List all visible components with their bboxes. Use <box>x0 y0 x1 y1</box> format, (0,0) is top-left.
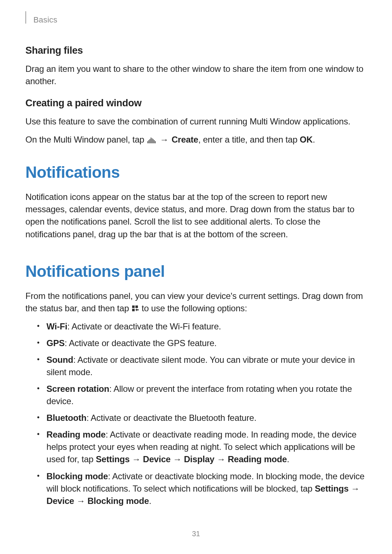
option-term: Screen rotation <box>46 384 109 394</box>
document-page: Basics Sharing files Drag an item you wa… <box>0 0 392 507</box>
svg-rect-5 <box>153 139 154 143</box>
list-item: Wi-Fi: Activate or deactivate the Wi-Fi … <box>37 320 367 333</box>
nav-path: Blocking mode <box>87 496 149 506</box>
para-paired-window-2: On the Multi Window panel, tap → Create,… <box>25 134 367 147</box>
grid-expand-icon <box>132 303 139 315</box>
svg-rect-1 <box>148 140 149 143</box>
svg-rect-2 <box>150 139 150 143</box>
nav-path: Settings → Device → Display → Reading mo… <box>96 454 287 464</box>
text-fragment: . <box>149 496 151 506</box>
breadcrumb-wrap: Basics <box>25 15 367 25</box>
svg-rect-7 <box>155 141 156 143</box>
para-notifications: Notification icons appear on the status … <box>25 191 367 240</box>
list-item: Screen rotation: Allow or prevent the in… <box>37 383 367 407</box>
list-item: Blocking mode: Activate or deactivate bl… <box>37 470 367 507</box>
para-sharing-files: Drag an item you want to share to the ot… <box>25 63 367 87</box>
option-term: Reading mode <box>46 430 106 439</box>
svg-rect-9 <box>135 305 138 308</box>
para-notifications-panel-intro: From the notifications panel, you can vi… <box>25 290 367 315</box>
list-item: Bluetooth: Activate or deactivate the Bl… <box>37 412 367 424</box>
heading-paired-window: Creating a paired window <box>25 98 367 109</box>
text-bold: Create <box>172 135 199 144</box>
option-term: Blocking mode <box>46 471 108 481</box>
option-desc: : Activate or deactivate the Bluetooth f… <box>86 413 256 423</box>
svg-rect-6 <box>154 140 155 143</box>
option-desc: : Activate or deactivate silent mode. Yo… <box>46 355 355 377</box>
text-fragment: to use the following options: <box>139 303 247 313</box>
breadcrumb: Basics <box>33 15 57 25</box>
svg-rect-0 <box>147 141 148 143</box>
equaliser-icon <box>147 134 156 147</box>
heading-notifications-panel: Notifications panel <box>25 262 367 280</box>
text-fragment: → <box>74 496 87 506</box>
text-fragment: . <box>313 135 315 144</box>
option-term: GPS <box>46 338 65 348</box>
option-term: Bluetooth <box>46 413 86 423</box>
arrow-icon: → <box>157 135 172 144</box>
content: Sharing files Drag an item you want to s… <box>25 45 367 507</box>
page-number: 31 <box>0 530 392 538</box>
svg-rect-10 <box>132 309 135 311</box>
svg-rect-3 <box>151 138 151 143</box>
heading-notifications: Notifications <box>25 163 367 181</box>
svg-rect-4 <box>152 138 152 143</box>
text-bold: OK <box>300 135 313 144</box>
text-fragment: On the Multi Window panel, tap <box>25 135 147 144</box>
list-item: Sound: Activate or deactivate silent mod… <box>37 354 367 378</box>
options-list: Wi-Fi: Activate or deactivate the Wi-Fi … <box>25 320 367 507</box>
text-fragment: . <box>287 454 289 464</box>
breadcrumb-divider <box>25 11 26 24</box>
option-term: Sound <box>46 355 73 365</box>
svg-marker-11 <box>135 308 139 311</box>
heading-sharing-files: Sharing files <box>25 45 367 56</box>
svg-rect-8 <box>132 305 135 308</box>
option-term: Wi-Fi <box>46 321 67 331</box>
option-desc: : Activate or deactivate the Wi-Fi featu… <box>67 321 221 331</box>
list-item: Reading mode: Activate or deactivate rea… <box>37 428 367 465</box>
list-item: GPS: Activate or deactivate the GPS feat… <box>37 337 367 349</box>
text-fragment: , enter a title, and then tap <box>198 135 300 144</box>
option-desc: : Activate or deactivate the GPS feature… <box>65 338 217 348</box>
para-paired-window-1: Use this feature to save the combination… <box>25 115 367 128</box>
